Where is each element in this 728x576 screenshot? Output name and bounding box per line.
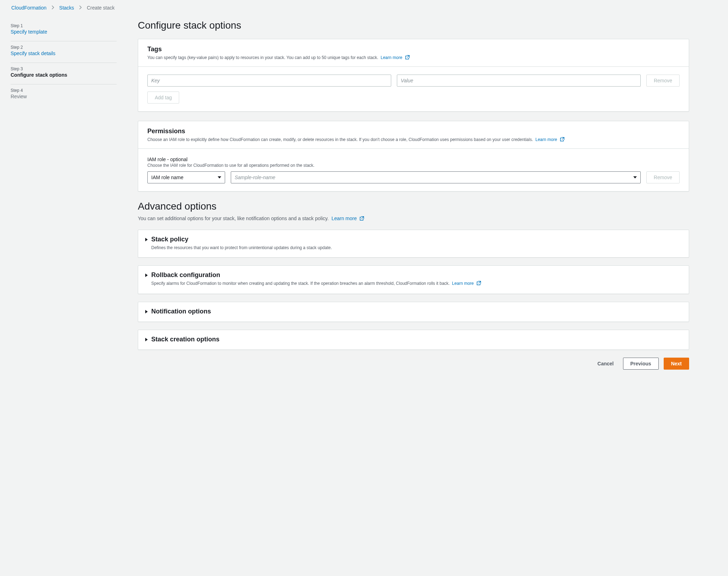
- step-number: Step 3: [11, 66, 117, 71]
- external-link-icon: [405, 56, 410, 61]
- expander-desc: Specify alarms for CloudFormation to mon…: [151, 280, 481, 287]
- expander-notification-options[interactable]: Notification options: [138, 302, 689, 322]
- permissions-heading: Permissions: [147, 128, 680, 135]
- chevron-right-icon: [79, 5, 82, 11]
- breadcrumb-current: Create stack: [87, 5, 115, 11]
- chevron-down-icon: [633, 176, 637, 178]
- tags-learn-more-link[interactable]: Learn more: [381, 55, 410, 60]
- wizard-steps: Step 1 Specify template Step 2 Specify s…: [11, 20, 117, 370]
- remove-tag-button: Remove: [646, 75, 680, 87]
- permissions-learn-more-link[interactable]: Learn more: [535, 137, 565, 142]
- cancel-button[interactable]: Cancel: [593, 358, 618, 370]
- chevron-down-icon: [218, 176, 221, 178]
- rollback-learn-more-link[interactable]: Learn more: [452, 281, 481, 286]
- advanced-heading: Advanced options: [138, 201, 689, 212]
- iam-role-label: IAM role - optional: [147, 157, 680, 162]
- expander-rollback-configuration[interactable]: Rollback configuration Specify alarms fo…: [138, 265, 689, 294]
- tag-value-input[interactable]: [397, 75, 641, 87]
- step-number: Step 1: [11, 23, 117, 28]
- expander-desc: Defines the resources that you want to p…: [151, 245, 332, 251]
- step-title: Specify template: [11, 29, 117, 35]
- iam-role-type-select[interactable]: IAM role name: [147, 171, 225, 183]
- wizard-step-2[interactable]: Step 2 Specify stack details: [11, 41, 117, 63]
- advanced-description: You can set additional options for your …: [138, 216, 689, 222]
- breadcrumb: CloudFormation Stacks Create stack: [11, 5, 717, 11]
- iam-role-hint: Choose the IAM role for CloudFormation t…: [147, 163, 680, 168]
- wizard-step-4: Step 4 Review: [11, 84, 117, 106]
- breadcrumb-stacks[interactable]: Stacks: [59, 5, 74, 11]
- external-link-icon: [476, 282, 481, 287]
- next-button[interactable]: Next: [664, 358, 689, 370]
- previous-button[interactable]: Previous: [623, 358, 659, 370]
- caret-right-icon: [145, 274, 148, 277]
- step-number: Step 2: [11, 45, 117, 50]
- expander-title: Notification options: [151, 308, 211, 315]
- permissions-panel: Permissions Choose an IAM role to explic…: [138, 121, 689, 192]
- caret-right-icon: [145, 238, 148, 241]
- expander-title: Stack policy: [151, 236, 332, 243]
- step-title: Configure stack options: [11, 72, 117, 78]
- caret-right-icon: [145, 338, 148, 341]
- external-link-icon: [560, 138, 565, 143]
- tag-row: Remove: [147, 75, 680, 87]
- tag-key-input[interactable]: [147, 75, 391, 87]
- iam-role-name-select[interactable]: Sample-role-name: [231, 171, 641, 183]
- wizard-step-3: Step 3 Configure stack options: [11, 63, 117, 84]
- select-value: IAM role name: [151, 175, 183, 180]
- wizard-step-1[interactable]: Step 1 Specify template: [11, 20, 117, 41]
- permissions-description: Choose an IAM role to explicitly define …: [147, 136, 680, 143]
- chevron-right-icon: [52, 5, 54, 11]
- tags-panel: Tags You can specify tags (key-value pai…: [138, 39, 689, 112]
- breadcrumb-cloudformation[interactable]: CloudFormation: [11, 5, 47, 11]
- expander-title: Stack creation options: [151, 336, 219, 343]
- wizard-footer: Cancel Previous Next: [138, 358, 689, 370]
- page-title: Configure stack options: [138, 20, 689, 31]
- step-title: Specify stack details: [11, 51, 117, 56]
- external-link-icon: [359, 216, 364, 222]
- add-tag-button: Add tag: [147, 92, 179, 104]
- tags-heading: Tags: [147, 46, 680, 53]
- tags-description: You can specify tags (key-value pairs) t…: [147, 54, 680, 61]
- advanced-learn-more-link[interactable]: Learn more: [331, 216, 364, 221]
- expander-stack-creation-options[interactable]: Stack creation options: [138, 330, 689, 350]
- step-title: Review: [11, 94, 117, 99]
- expander-stack-policy[interactable]: Stack policy Defines the resources that …: [138, 230, 689, 258]
- select-placeholder: Sample-role-name: [235, 175, 275, 180]
- step-number: Step 4: [11, 88, 117, 93]
- caret-right-icon: [145, 310, 148, 313]
- remove-role-button: Remove: [646, 171, 680, 183]
- expander-title: Rollback configuration: [151, 271, 481, 279]
